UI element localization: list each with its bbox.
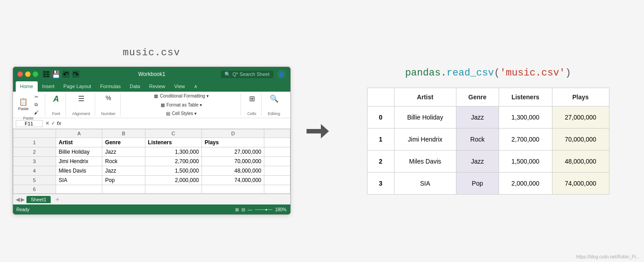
tab-view[interactable]: View — [170, 81, 189, 92]
cell-4-2[interactable]: 1,500,000 — [145, 166, 202, 176]
sheet-nav[interactable]: ◀ ▶ — [16, 196, 25, 203]
pandas-plays: 48,000,000 — [552, 151, 609, 173]
cell-3-2[interactable]: 2,700,000 — [145, 157, 202, 166]
confirm-formula-icon[interactable]: ✓ — [51, 120, 55, 126]
excel-statusbar: Ready ⊞ ⊟ — ────●── 180% — [13, 204, 290, 214]
col-e[interactable] — [264, 129, 290, 138]
col-a[interactable]: A — [56, 129, 102, 138]
ribbon-group-number: % Number — [101, 93, 121, 116]
pandas-artist: SIA — [394, 173, 456, 195]
main-container: music.csv ☷ 💾 ↶ ↷ Workbook1 🔍 Q — [0, 0, 644, 262]
row-num-3: 3 — [13, 157, 56, 166]
next-sheet-icon[interactable]: ▶ — [21, 196, 25, 203]
grid-icon: ☷ — [43, 71, 50, 78]
cell-2-1[interactable]: Jazz — [102, 147, 145, 157]
plays-header: Plays — [552, 88, 609, 107]
zoom-level: 180% — [275, 207, 287, 212]
cell-1-3[interactable]: Plays — [202, 138, 264, 147]
cell-5-0[interactable]: SIA — [56, 176, 102, 185]
alignment-button[interactable]: ☰ — [76, 93, 86, 104]
tab-chevron-up[interactable]: ∧ — [189, 81, 202, 92]
col-b[interactable]: B — [102, 129, 145, 138]
editing-button[interactable]: 🔍 — [268, 93, 280, 104]
view-normal-icon[interactable]: ⊞ — [235, 207, 239, 212]
cell-1-2[interactable]: Listeners — [145, 138, 202, 147]
tab-insert[interactable]: Insert — [38, 81, 59, 92]
tab-review[interactable]: Review — [145, 81, 170, 92]
paste-button[interactable]: 📋 Paste — [17, 98, 31, 112]
traffic-lights — [18, 71, 38, 77]
cell-3-3[interactable]: 70,000,000 — [202, 157, 264, 166]
search-placeholder: Q* Search Sheet — [232, 71, 270, 77]
cell-6-2[interactable] — [145, 185, 202, 194]
save-icon[interactable]: 💾 — [53, 71, 60, 78]
redo-icon[interactable]: ↷ — [72, 71, 79, 78]
pandas-listeners: 1,300,000 — [499, 107, 552, 129]
maximize-button-icon[interactable] — [33, 71, 38, 77]
direction-arrow — [307, 124, 329, 138]
view-layout-icon[interactable]: ⊟ — [241, 207, 245, 212]
tab-page-layout[interactable]: Page Layout — [59, 81, 96, 92]
ribbon-group-editing: 🔍 Editing — [268, 93, 285, 116]
excel-window: ☷ 💾 ↶ ↷ Workbook1 🔍 Q* Search Sheet 👤 Ho… — [13, 67, 291, 215]
cell-6-3[interactable] — [202, 185, 264, 194]
dot1: . — [441, 67, 447, 79]
search-bar[interactable]: 🔍 Q* Search Sheet — [221, 71, 273, 78]
minimize-button-icon[interactable] — [25, 71, 31, 77]
cell-4-1[interactable]: Jazz — [102, 166, 145, 176]
cell-5-1[interactable]: Pop — [102, 176, 145, 185]
prev-sheet-icon[interactable]: ◀ — [16, 196, 20, 203]
paste-icon: 📋 — [19, 98, 28, 106]
insert-function-icon[interactable]: fx — [57, 120, 61, 126]
cut-button[interactable]: ✂ — [32, 93, 40, 100]
string-arg: 'music.csv' — [500, 67, 565, 79]
cell-3-1[interactable]: Rock — [102, 157, 145, 166]
cell-2-0[interactable]: Billie Holiday — [56, 147, 102, 157]
cell-extra-1 — [264, 138, 290, 147]
copy-button[interactable]: ⧉ — [32, 101, 40, 108]
cell-4-0[interactable]: Miles Davis — [56, 166, 102, 176]
format-as-table-button[interactable]: ▦ Format as Table ▾ — [161, 102, 202, 107]
col-d[interactable]: D — [202, 129, 264, 138]
cell-extra-4 — [264, 166, 290, 176]
pandas-genre: Rock — [456, 129, 499, 151]
undo-icon[interactable]: ↶ — [62, 71, 70, 78]
ft-icon: ▦ — [161, 102, 165, 107]
cell-6-1[interactable] — [102, 185, 145, 194]
tab-formulas[interactable]: Formulas — [96, 81, 125, 92]
cell-4-3[interactable]: 48,000,000 — [202, 166, 264, 176]
cells-buttons: ⊞ — [247, 93, 257, 104]
cells-group-label: Cells — [247, 111, 256, 116]
tab-home[interactable]: Home — [16, 81, 38, 92]
format-painter-button[interactable]: 🖌 — [32, 109, 40, 116]
font-button[interactable]: A — [52, 93, 61, 105]
cells-button[interactable]: ⊞ — [247, 93, 257, 104]
sheet1-tab[interactable]: Sheet1 — [26, 196, 51, 203]
cell-3-0[interactable]: Jimi Hendrix — [56, 157, 102, 166]
cell-6-0[interactable] — [56, 185, 102, 194]
close-button-icon[interactable] — [18, 71, 23, 77]
excel-titlebar: ☷ 💾 ↶ ↷ Workbook1 🔍 Q* Search Sheet 👤 — [13, 67, 290, 81]
excel-tabbar: ◀ ▶ Sheet1 ＋ — [13, 194, 290, 204]
cell-1-0[interactable]: Artist — [56, 138, 102, 147]
number-button[interactable]: % — [104, 93, 113, 102]
add-sheet-button[interactable]: ＋ — [53, 195, 62, 204]
pandas-artist: Jimi Hendrix — [394, 129, 456, 151]
user-icon[interactable]: 👤 — [277, 70, 286, 79]
cell-styles-button[interactable]: ▤ Cell Styles ▾ — [166, 111, 197, 116]
cell-2-2[interactable]: 1,300,000 — [145, 147, 202, 157]
name-box[interactable]: F11 — [16, 120, 43, 127]
zoom-slider[interactable]: ────●── — [255, 208, 272, 212]
artist-header: Artist — [394, 88, 456, 107]
conditional-formatting-button[interactable]: ▦ Conditional Formatting ▾ — [154, 93, 208, 98]
cell-5-3[interactable]: 74,000,000 — [202, 176, 264, 185]
ribbon-group-cells: ⊞ Cells — [247, 93, 262, 116]
cell-5-2[interactable]: 2,000,000 — [145, 176, 202, 185]
view-page-icon[interactable]: — — [248, 207, 252, 212]
pandas-plays: 70,000,000 — [552, 129, 609, 151]
col-c[interactable]: C — [145, 129, 202, 138]
cancel-formula-icon[interactable]: ✕ — [45, 120, 49, 126]
cell-1-1[interactable]: Genre — [102, 138, 145, 147]
tab-data[interactable]: Data — [125, 81, 145, 92]
cell-2-3[interactable]: 27,000,000 — [202, 147, 264, 157]
